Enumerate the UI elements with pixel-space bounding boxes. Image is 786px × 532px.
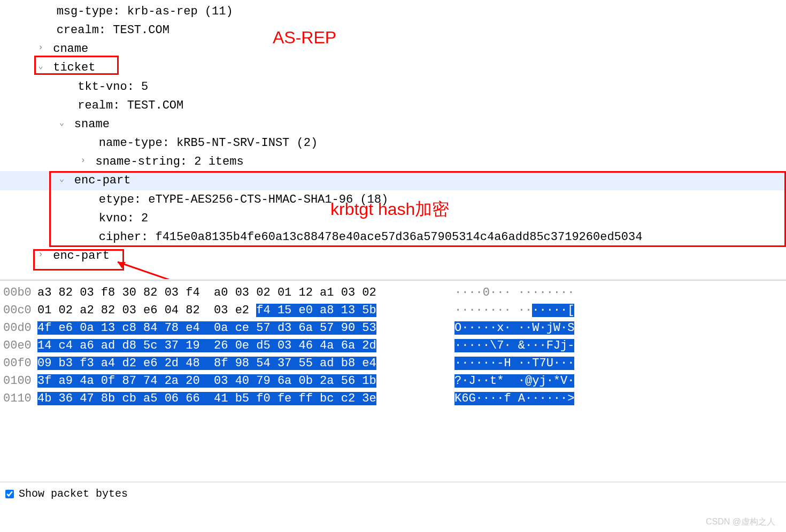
field-realm: realm: TEST.COM [78, 99, 183, 112]
field-enc-part-outer: enc-part [53, 249, 110, 263]
field-cname: cname [53, 42, 88, 56]
field-name-type: name-type: kRB5-NT-SRV-INST (2) [99, 136, 318, 150]
tree-row[interactable]: crealm: TEST.COM [0, 21, 786, 40]
field-msg-type: msg-type: krb-as-rep (11) [57, 5, 233, 18]
tree-row[interactable]: name-type: kRB5-NT-SRV-INST (2) [0, 134, 786, 152]
hex-row[interactable]: 00c001 02 a2 82 03 e6 04 82 03 e2 f4 15 … [0, 302, 786, 319]
chevron-right-icon[interactable]: › [35, 245, 46, 264]
chevron-right-icon[interactable]: › [78, 151, 88, 170]
chevron-down-icon[interactable]: ⌄ [35, 57, 46, 76]
field-ticket: ticket [53, 61, 95, 75]
hex-ascii: O·····x· ··W·jW·S [454, 319, 574, 337]
hex-offset: 0110 [0, 390, 37, 407]
hex-ascii: K6G····f A······> [454, 390, 574, 407]
tree-row[interactable]: tkt-vno: 5 [0, 78, 786, 96]
footer-bar: Show packet bytes [0, 482, 786, 505]
field-tkt-vno: tkt-vno: 5 [78, 80, 148, 94]
hex-offset: 00c0 [0, 302, 37, 319]
tree-row[interactable]: kvno: 2 [0, 209, 786, 228]
field-kvno: kvno: 2 [99, 212, 148, 225]
hex-offset: 0100 [0, 372, 37, 390]
hex-offset: 00e0 [0, 337, 37, 354]
hex-row[interactable]: 00d04f e6 0a 13 c8 84 78 e4 0a ce 57 d3 … [0, 319, 786, 337]
hex-ascii: ?·J··t* ·@yj·*V· [454, 372, 574, 390]
field-enc-part: enc-part [74, 174, 131, 188]
hex-row[interactable]: 00e014 c4 a6 ad d8 5c 37 19 26 0e d5 03 … [0, 337, 786, 354]
hex-bytes: 14 c4 a6 ad d8 5c 37 19 26 0e d5 03 46 4… [37, 337, 433, 354]
tree-row[interactable]: › enc-part [0, 246, 786, 265]
watermark: CSDN @虚构之人 [706, 516, 775, 528]
field-etype: etype: eTYPE-AES256-CTS-HMAC-SHA1-96 (18… [99, 193, 388, 206]
hex-bytes: 3f a9 4a 0f 87 74 2a 20 03 40 79 6a 0b 2… [37, 372, 433, 390]
tree-row[interactable]: msg-type: krb-as-rep (11) [0, 2, 786, 21]
hex-row[interactable]: 00f009 b3 f3 a4 d2 e6 2d 48 8f 98 54 37 … [0, 354, 786, 372]
hex-bytes: 4b 36 47 8b cb a5 06 66 41 b5 f0 fe ff b… [37, 390, 433, 407]
tree-row[interactable]: etype: eTYPE-AES256-CTS-HMAC-SHA1-96 (18… [0, 190, 786, 209]
tree-row[interactable]: realm: TEST.COM [0, 96, 786, 115]
field-crealm: crealm: TEST.COM [57, 24, 169, 37]
chevron-down-icon[interactable]: ⌄ [57, 114, 67, 133]
tree-row[interactable]: › cname [0, 40, 786, 58]
hex-row[interactable]: 01104b 36 47 8b cb a5 06 66 41 b5 f0 fe … [0, 390, 786, 407]
tree-row[interactable]: ⌄ ticket [0, 58, 786, 77]
hex-ascii: ········ ·······[ [454, 302, 574, 319]
chevron-right-icon[interactable]: › [35, 38, 46, 57]
hex-offset: 00f0 [0, 354, 37, 372]
hex-row[interactable]: 00b0a3 82 03 f8 30 82 03 f4 a0 03 02 01 … [0, 284, 786, 302]
field-sname: sname [74, 118, 110, 131]
tree-row-selected[interactable]: ⌄ enc-part [0, 171, 786, 190]
hex-offset: 00b0 [0, 284, 37, 302]
packet-tree[interactable]: msg-type: krb-as-rep (11) crealm: TEST.C… [0, 0, 786, 265]
tree-row[interactable]: ⌄ sname [0, 115, 786, 134]
hex-ascii: ·····\7· &···FJj- [454, 337, 574, 354]
show-packet-bytes-checkbox[interactable] [5, 490, 14, 498]
hex-offset: 00d0 [0, 319, 37, 337]
hex-row[interactable]: 01003f a9 4a 0f 87 74 2a 20 03 40 79 6a … [0, 372, 786, 390]
show-packet-bytes-label: Show packet bytes [19, 488, 128, 500]
hex-ascii: ····0··· ········ [454, 284, 574, 302]
hex-bytes: a3 82 03 f8 30 82 03 f4 a0 03 02 01 12 a… [37, 284, 433, 302]
field-cipher: cipher: f415e0a8135b4fe60a13c88478e40ace… [99, 230, 643, 244]
field-sname-string: sname-string: 2 items [95, 155, 243, 168]
hex-ascii: ······-H ··T7U··· [454, 354, 574, 372]
tree-row[interactable]: › sname-string: 2 items [0, 152, 786, 171]
tree-row[interactable]: cipher: f415e0a8135b4fe60a13c88478e40ace… [0, 228, 786, 246]
hex-bytes: 09 b3 f3 a4 d2 e6 2d 48 8f 98 54 37 55 a… [37, 354, 433, 372]
hex-view[interactable]: 00b0a3 82 03 f8 30 82 03 f4 a0 03 02 01 … [0, 280, 786, 407]
hex-bytes: 4f e6 0a 13 c8 84 78 e4 0a ce 57 d3 6a 5… [37, 319, 433, 337]
chevron-down-icon[interactable]: ⌄ [57, 170, 67, 189]
hex-bytes: 01 02 a2 82 03 e6 04 82 03 e2 f4 15 e0 a… [37, 302, 433, 319]
